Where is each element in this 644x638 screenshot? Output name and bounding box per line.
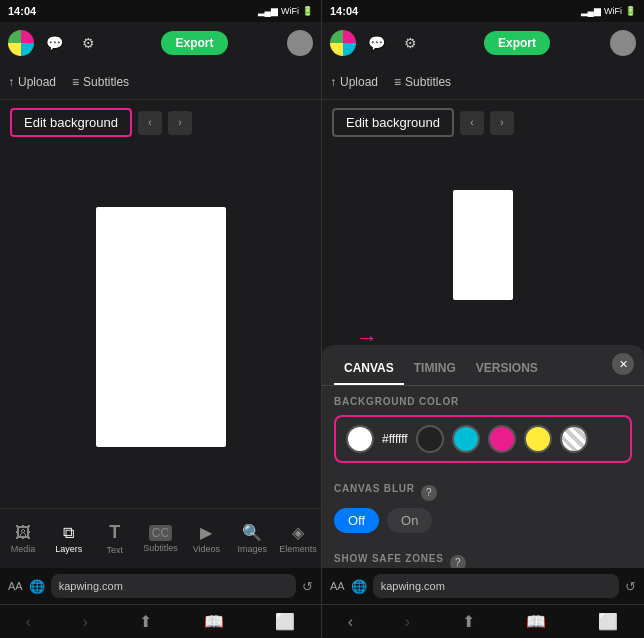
left-status-icons: ▂▄▆ WiFi 🔋 <box>258 6 313 16</box>
right-upload-toolbar-item[interactable]: ↑ Upload <box>330 75 378 89</box>
blur-on-button[interactable]: On <box>387 508 432 533</box>
tab-elements[interactable]: ◈ Elements <box>275 509 321 568</box>
tab-videos[interactable]: ▶ Videos <box>183 509 229 568</box>
right-edit-background-button[interactable]: Edit background <box>332 108 454 137</box>
edit-bg-area: Edit background ‹ › <box>0 100 321 145</box>
left-nav-tabs[interactable]: ⬜ <box>275 612 295 631</box>
left-browser-nav: ‹ › ⬆ 📖 ⬜ <box>0 604 321 638</box>
safe-zones-section: SHOW SAFE ZONES ? None TikTok Youtube Sh… <box>322 543 644 568</box>
subtitles-toolbar-item[interactable]: ≡ Subtitles <box>72 75 129 89</box>
tab-canvas-settings[interactable]: CANVAS <box>334 355 404 385</box>
left-toolbar-row: ↑ Upload ≡ Subtitles <box>0 64 321 100</box>
left-bottom-tabs: 🖼 Media ⧉ Layers T Text CC Subtitles ▶ V… <box>0 508 321 568</box>
right-canvas-area <box>322 145 644 345</box>
left-status-bar: 14:04 ▂▄▆ WiFi 🔋 <box>0 0 321 22</box>
right-browser-nav: ‹ › ⬆ 📖 ⬜ <box>322 604 644 638</box>
right-nav-back-arrow[interactable]: ‹ <box>460 111 484 135</box>
left-top-bar-left: 💬 ⚙ <box>8 29 102 57</box>
right-nav-book[interactable]: 📖 <box>526 612 546 631</box>
right-nav-back[interactable]: ‹ <box>348 613 353 631</box>
arrow-indicator: → <box>356 325 378 351</box>
background-color-label: BACKGROUND COLOR <box>334 396 632 407</box>
right-url-text: kapwing.com <box>381 580 445 592</box>
canvas-white-bg <box>96 207 226 447</box>
left-status-time: 14:04 <box>8 5 36 17</box>
left-nav-book[interactable]: 📖 <box>204 612 224 631</box>
left-canvas-area <box>0 145 321 508</box>
avatar <box>287 30 313 56</box>
canvas-blur-help-icon[interactable]: ? <box>421 485 437 501</box>
canvas-blur-label: CANVAS BLUR <box>334 483 415 494</box>
edit-background-button[interactable]: Edit background <box>10 108 132 137</box>
right-nav-forward[interactable]: › <box>405 613 410 631</box>
tab-timing-settings[interactable]: TIMING <box>404 355 466 385</box>
swatch-striped[interactable] <box>560 425 588 453</box>
right-avatar <box>610 30 636 56</box>
left-aa-text: AA <box>8 580 23 592</box>
elements-icon: ◈ <box>292 523 304 542</box>
color-hex-label: #ffffff <box>382 432 408 446</box>
right-status-time: 14:04 <box>330 5 358 17</box>
chat-icon-btn[interactable]: 💬 <box>40 29 68 57</box>
tab-images[interactable]: 🔍 Images <box>229 509 275 568</box>
right-chat-icon-btn[interactable]: 💬 <box>362 29 390 57</box>
swatch-yellow[interactable] <box>524 425 552 453</box>
upload-icon: ↑ <box>8 75 14 89</box>
tab-layers[interactable]: ⧉ Layers <box>46 509 92 568</box>
close-settings-btn[interactable]: ✕ <box>612 353 634 375</box>
swatch-pink[interactable] <box>488 425 516 453</box>
background-color-section: BACKGROUND COLOR #ffffff <box>322 386 644 473</box>
media-icon: 🖼 <box>15 524 31 542</box>
left-nav-forward[interactable]: › <box>83 613 88 631</box>
right-wifi-icon: WiFi <box>604 6 622 16</box>
right-nav-forward-arrow[interactable]: › <box>490 111 514 135</box>
right-aa-text: AA <box>330 580 345 592</box>
left-nav-share[interactable]: ⬆ <box>139 612 152 631</box>
right-panel: 14:04 ▂▄▆ WiFi 🔋 💬 ⚙ Export ↑ Upload <box>322 0 644 638</box>
layers-icon: ⧉ <box>63 524 74 542</box>
right-canvas-white <box>453 190 513 300</box>
tab-text[interactable]: T Text <box>92 509 138 568</box>
images-icon: 🔍 <box>242 523 262 542</box>
safe-zones-label: SHOW SAFE ZONES <box>334 553 444 564</box>
swatch-dark[interactable] <box>416 425 444 453</box>
signal-icon: ▂▄▆ <box>258 6 278 16</box>
right-status-icons: ▂▄▆ WiFi 🔋 <box>581 6 636 16</box>
blur-off-button[interactable]: Off <box>334 508 379 533</box>
right-status-bar: 14:04 ▂▄▆ WiFi 🔋 <box>322 0 644 22</box>
left-url-bar[interactable]: kapwing.com <box>51 574 296 598</box>
tab-media[interactable]: 🖼 Media <box>0 509 46 568</box>
right-battery-icon: 🔋 <box>625 6 636 16</box>
nav-back-arrow[interactable]: ‹ <box>138 111 162 135</box>
subtitles-icon: ≡ <box>72 75 79 89</box>
safe-zones-help-icon[interactable]: ? <box>450 555 466 569</box>
left-nav-back[interactable]: ‹ <box>26 613 31 631</box>
settings-icon-btn[interactable]: ⚙ <box>74 29 102 57</box>
left-panel: 14:04 ▂▄▆ WiFi 🔋 💬 ⚙ Export ↑ Upload <box>0 0 322 638</box>
battery-icon: 🔋 <box>302 6 313 16</box>
nav-forward-arrow[interactable]: › <box>168 111 192 135</box>
export-button[interactable]: Export <box>161 31 227 55</box>
right-export-button[interactable]: Export <box>484 31 550 55</box>
left-globe-icon: 🌐 <box>29 579 45 594</box>
tab-subtitles[interactable]: CC Subtitles <box>138 509 184 568</box>
right-nav-share[interactable]: ⬆ <box>462 612 475 631</box>
right-edit-bg-area: Edit background ‹ › <box>322 100 644 145</box>
right-nav-tabs[interactable]: ⬜ <box>598 612 618 631</box>
left-refresh-btn[interactable]: ↺ <box>302 579 313 594</box>
right-subtitles-toolbar-item[interactable]: ≡ Subtitles <box>394 75 451 89</box>
wifi-icon: WiFi <box>281 6 299 16</box>
text-icon: T <box>109 522 120 543</box>
canvas-blur-toggles: Off On <box>334 508 632 533</box>
settings-panel: CANVAS TIMING VERSIONS ✕ BACKGROUND COLO… <box>322 345 644 568</box>
right-signal-icon: ▂▄▆ <box>581 6 601 16</box>
tab-versions-settings[interactable]: VERSIONS <box>466 355 548 385</box>
swatch-teal[interactable] <box>452 425 480 453</box>
right-refresh-btn[interactable]: ↺ <box>625 579 636 594</box>
right-settings-icon-btn[interactable]: ⚙ <box>396 29 424 57</box>
subtitles-tab-icon: CC <box>149 525 172 541</box>
swatch-white[interactable] <box>346 425 374 453</box>
upload-toolbar-item[interactable]: ↑ Upload <box>8 75 56 89</box>
right-toolbar-row: ↑ Upload ≡ Subtitles <box>322 64 644 100</box>
right-url-bar[interactable]: kapwing.com <box>373 574 619 598</box>
